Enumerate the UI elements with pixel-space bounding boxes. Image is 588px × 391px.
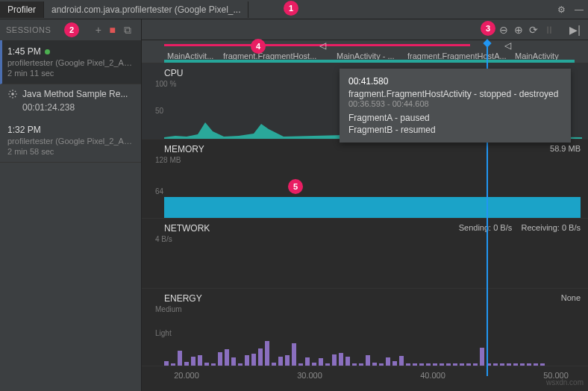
network-panel[interactable]: NETWORK Sending: 0 B/s Receiving: 0 B/s …	[142, 218, 588, 288]
energy-title: ENERGY	[164, 293, 202, 304]
tooltip-range: 00:36.593 - 00:44.608	[348, 99, 562, 108]
callout-4: 4	[251, 39, 266, 54]
callout-3: 3	[481, 21, 495, 36]
live-dot-icon	[45, 49, 50, 54]
settings-gear-icon[interactable]: ⚙	[553, 1, 570, 18]
energy-panel[interactable]: ENERGY None Medium Light	[142, 288, 588, 366]
main: SESSIONS + ■ ⧉ 1:45 PM profilertester (G…	[0, 19, 588, 391]
network-values: Sending: 0 B/s Receiving: 0 B/s	[459, 223, 581, 232]
session-duration: 2 min 58 sec	[7, 147, 134, 156]
tooltip-time: 00:41.580	[348, 76, 562, 87]
time-tick-30: 30.000	[297, 371, 322, 380]
recording-gear-icon	[7, 89, 18, 99]
memory-title: MEMORY	[164, 144, 204, 154]
back-triangle-icon: ◁	[504, 40, 511, 51]
device-tab[interactable]: android.com.java.profilertester (Google …	[44, 1, 248, 18]
pause-button[interactable]: ⏸	[544, 24, 554, 36]
sessions-panel: SESSIONS + ■ ⧉ 1:45 PM profilertester (G…	[0, 19, 142, 391]
tooltip-fragment-a: FragmentA - paused	[348, 113, 562, 123]
session-item-1[interactable]: 1:32 PM profilertester (Google Pixel_2_A…	[0, 119, 141, 163]
profiler-timeline: ⊖ ⊕ ⟳ ⏸ ▶| ◁ ◁ MainActivit... fragment.F…	[142, 19, 588, 391]
activity-track[interactable]: ◁ ◁ MainActivit... fragment.FragmentHost…	[142, 40, 588, 63]
network-y-4: 4 B/s	[155, 235, 172, 243]
session-item-0[interactable]: 1:45 PM profilertester (Google Pixel_2_A…	[0, 40, 141, 84]
go-live-button[interactable]: ▶|	[569, 24, 581, 36]
energy-y-medium: Medium	[155, 305, 182, 313]
recording-time: 00:01:24.238	[22, 102, 141, 119]
add-session-button[interactable]: +	[92, 24, 106, 36]
session-recording[interactable]: Java Method Sample Re...	[0, 84, 141, 104]
energy-bars	[164, 334, 581, 366]
zoom-in-button[interactable]: ⊕	[514, 24, 523, 36]
timeline-tooltip: 00:41.580 fragment.FragmentHostActivity …	[340, 69, 571, 143]
tooltip-activity: fragment.FragmentHostActivity - stopped …	[348, 89, 562, 99]
network-sending: Sending: 0 B/s	[459, 223, 513, 232]
callout-5: 5	[288, 179, 303, 194]
session-time: 1:32 PM	[7, 125, 41, 135]
callout-2: 2	[64, 22, 79, 37]
session-subtitle: profilertester (Google Pixel_2_API...	[7, 137, 134, 146]
memory-panel[interactable]: MEMORY 58.9 MB 128 MB 64	[142, 139, 588, 218]
time-tick-20: 20.000	[174, 371, 199, 380]
energy-value: None	[561, 293, 581, 302]
network-receiving: Receiving: 0 B/s	[522, 223, 581, 232]
back-triangle-icon: ◁	[319, 40, 326, 51]
zoom-out-button[interactable]: ⊖	[499, 24, 508, 36]
session-subtitle: profilertester (Google Pixel_2_API...	[7, 58, 134, 67]
tooltip-fragment-b: FragmentB - resumed	[348, 125, 562, 135]
memory-y-64: 64	[155, 187, 163, 196]
sessions-label: SESSIONS	[6, 25, 51, 34]
timeline-body: CPU 100 % 50 MEMORY 58.9 MB 128 MB 64 NE…	[142, 63, 588, 391]
expand-session-button[interactable]: ⧉	[120, 24, 136, 37]
memory-y-128: 128 MB	[155, 156, 181, 164]
session-time: 1:45 PM	[7, 46, 41, 57]
recording-label: Java Method Sample Re...	[22, 89, 128, 99]
memory-value: 58.9 MB	[550, 144, 581, 153]
network-title: NETWORK	[164, 223, 210, 234]
cpu-y-50: 50	[155, 107, 163, 115]
cpu-title: CPU	[164, 68, 183, 78]
callout-1: 1	[284, 1, 298, 16]
profiler-tab[interactable]: Profiler	[0, 1, 44, 18]
session-duration: 2 min 11 sec	[7, 69, 134, 78]
watermark: wsxdn.com	[546, 378, 584, 387]
timeline-controls: ⊖ ⊕ ⟳ ⏸ ▶|	[142, 19, 588, 40]
time-axis[interactable]: 20.000 30.000 40.000 50.000	[142, 366, 588, 384]
stop-session-button[interactable]: ■	[106, 24, 120, 36]
memory-area	[164, 197, 581, 218]
minimize-icon[interactable]: —	[570, 1, 588, 18]
time-tick-40: 40.000	[420, 371, 445, 380]
svg-point-0	[11, 93, 14, 96]
zoom-fit-button[interactable]: ⟳	[529, 24, 538, 36]
